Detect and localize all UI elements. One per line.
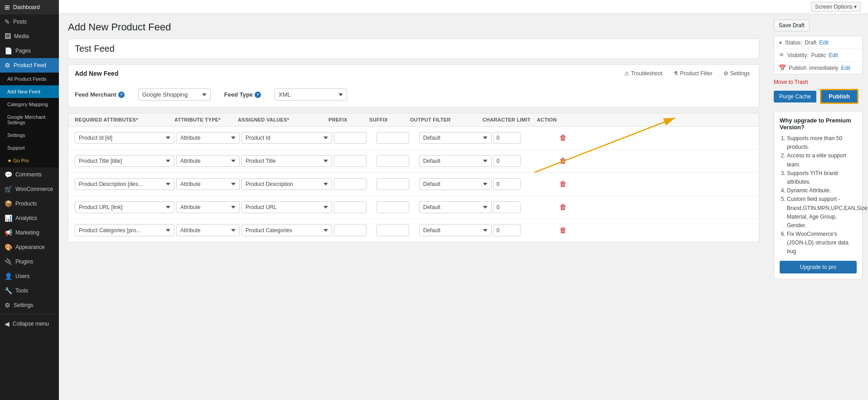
upgrade-to-pro-button[interactable]: Upgrade to pro xyxy=(780,261,857,273)
sidebar-item-dashboard[interactable]: ⊞ Dashboard xyxy=(0,0,59,15)
assigned-val-select-1[interactable]: Product Id xyxy=(241,132,332,144)
publish-button[interactable]: Publish xyxy=(820,89,858,104)
screen-options-button[interactable]: Screen Options ▾ xyxy=(811,2,861,12)
sidebar-item-support[interactable]: Support xyxy=(0,141,59,154)
save-draft-button[interactable]: Save Draft xyxy=(774,20,810,31)
sidebar-item-tools[interactable]: 🔧 Tools xyxy=(0,283,59,298)
product-filter-button[interactable]: ⚗ Product Filter xyxy=(670,68,715,78)
merchant-select[interactable]: Google Shopping xyxy=(138,88,211,101)
upgrade-title: Why upgrade to Premium Version? xyxy=(780,117,857,131)
visibility-row: 👁 Visibility: Public Edit xyxy=(774,49,862,62)
req-attr-select-5[interactable]: Product Categories [pro... xyxy=(75,224,174,236)
gear-icon: ⚙ xyxy=(723,70,728,77)
attr-type-select-3[interactable]: Attribute xyxy=(176,178,240,190)
sidebar-item-woocommerce[interactable]: 🛒 WooCommerce xyxy=(0,182,59,196)
output-filter-select-5[interactable]: Default xyxy=(419,224,492,236)
publish-time-row: 📅 Publish immediately Edit xyxy=(774,62,862,74)
sidebar-item-product-feed[interactable]: ⚙ Product Feed xyxy=(0,58,59,73)
delete-row-4[interactable]: 🗑 xyxy=(550,202,577,212)
req-attr-select-4[interactable]: Product URL [link] xyxy=(75,201,174,213)
assigned-val-select-4[interactable]: Product URL xyxy=(241,201,332,213)
sidebar-item-settings-sub[interactable]: Settings xyxy=(0,129,59,141)
suffix-input-3[interactable] xyxy=(376,178,409,190)
col-prefix: PREFIX xyxy=(328,117,369,122)
prefix-input-3[interactable] xyxy=(334,178,366,190)
suffix-input-4[interactable] xyxy=(376,201,409,213)
sidebar-label-product-feed: Product Feed xyxy=(14,62,46,68)
delete-row-1[interactable]: 🗑 xyxy=(550,133,577,143)
table-header: REQUIRED ATTRIBUTES* ATTRIBUTE TYPE* ASS… xyxy=(68,113,759,127)
char-limit-input-1[interactable] xyxy=(493,132,521,144)
sidebar-item-users[interactable]: 👤 Users xyxy=(0,269,59,283)
sidebar-item-pages[interactable]: 📄 Pages xyxy=(0,44,59,58)
feed-type-select[interactable]: XML xyxy=(275,88,347,101)
sidebar-item-products[interactable]: 📦 Products xyxy=(0,196,59,211)
sidebar-item-all-feeds[interactable]: All Product Feeds xyxy=(0,73,59,85)
sidebar-item-analytics[interactable]: 📊 Analytics xyxy=(0,211,59,225)
sidebar-divider xyxy=(0,314,59,315)
char-limit-input-3[interactable] xyxy=(493,178,521,190)
sidebar-label-comments: Comments xyxy=(15,171,42,178)
assigned-val-select-5[interactable]: Product Categories xyxy=(241,224,332,236)
sidebar-item-go-pro[interactable]: ★ Go Pro xyxy=(0,154,59,167)
purge-cache-button[interactable]: Purge Cache xyxy=(774,91,816,102)
upgrade-item-4: Dynamic Attribute. xyxy=(787,186,857,195)
sidebar-item-google-merchant[interactable]: Google Merchant Settings xyxy=(0,111,59,129)
merchant-help-icon[interactable]: ? xyxy=(118,92,125,98)
delete-row-3[interactable]: 🗑 xyxy=(550,179,577,189)
suffix-input-5[interactable] xyxy=(376,224,409,236)
posts-icon: ✎ xyxy=(5,18,10,25)
sidebar-item-posts[interactable]: ✎ Posts xyxy=(0,15,59,29)
dashboard-icon: ⊞ xyxy=(5,4,10,11)
attr-type-select-4[interactable]: Attribute xyxy=(176,201,240,213)
sidebar-item-collapse[interactable]: ◀ Collapse menu xyxy=(0,317,59,331)
status-edit-link[interactable]: Edit xyxy=(819,39,829,46)
req-attr-select-3[interactable]: Product Description [des... xyxy=(75,178,174,190)
sidebar-item-marketing[interactable]: 📢 Marketing xyxy=(0,225,59,240)
prefix-input-2[interactable] xyxy=(334,155,366,167)
feed-type-help-icon[interactable]: ? xyxy=(255,92,261,98)
char-limit-input-5[interactable] xyxy=(493,224,521,236)
char-limit-input-2[interactable] xyxy=(493,155,521,167)
assigned-val-select-3[interactable]: Product Description xyxy=(241,178,332,190)
upgrade-item-6: Fix WooCommerce's (JSON-LD) structure da… xyxy=(787,230,857,256)
add-new-feed-header: Add New Feed ⚠ Troubleshoot ⚗ Product Fi… xyxy=(68,64,759,82)
output-filter-select-2[interactable]: Default xyxy=(419,155,492,167)
sidebar-item-plugins[interactable]: 🔌 Plugins xyxy=(0,254,59,269)
move-to-trash-link[interactable]: Move to Trash xyxy=(774,79,863,85)
assigned-val-select-2[interactable]: Product Title xyxy=(241,155,332,167)
visibility-edit-link[interactable]: Edit xyxy=(829,52,838,59)
attr-type-select-5[interactable]: Attribute xyxy=(176,224,240,236)
status-icon: ● xyxy=(779,39,782,46)
req-attr-select-1[interactable]: Product Id [id] xyxy=(75,132,174,144)
feed-name: Test Feed xyxy=(75,44,752,54)
sidebar-item-media[interactable]: 🖼 Media xyxy=(0,29,59,44)
output-filter-select-1[interactable]: Default xyxy=(419,132,492,144)
settings-button[interactable]: ⚙ Settings xyxy=(721,68,752,78)
sidebar-item-settings[interactable]: ⚙ Settings xyxy=(0,298,59,312)
output-filter-select-3[interactable]: Default xyxy=(419,178,492,190)
attr-type-select-1[interactable]: Attribute xyxy=(176,132,240,144)
prefix-input-1[interactable] xyxy=(334,132,366,144)
sidebar-item-comments[interactable]: 💬 Comments xyxy=(0,167,59,182)
pages-icon: 📄 xyxy=(5,47,12,54)
section-title: Add New Feed xyxy=(75,70,118,77)
suffix-input-2[interactable] xyxy=(376,155,409,167)
prefix-input-4[interactable] xyxy=(334,201,366,213)
char-limit-input-4[interactable] xyxy=(493,201,521,213)
delete-row-2[interactable]: 🗑 xyxy=(550,156,577,166)
delete-row-5[interactable]: 🗑 xyxy=(550,225,577,235)
sidebar-item-appearance[interactable]: 🎨 Appearance xyxy=(0,240,59,254)
publish-edit-link[interactable]: Edit xyxy=(841,65,850,71)
req-attr-select-2[interactable]: Product Title [title] xyxy=(75,155,174,167)
troubleshoot-button[interactable]: ⚠ Troubleshoot xyxy=(622,68,665,78)
sidebar-label-media: Media xyxy=(14,33,29,39)
visibility-label: Visibility: xyxy=(787,52,808,59)
sidebar-item-add-new-feed[interactable]: Add New Feed xyxy=(0,85,59,98)
output-filter-select-4[interactable]: Default xyxy=(419,201,492,213)
upgrade-item-2: Access to a elite support team. xyxy=(787,151,857,169)
attr-type-select-2[interactable]: Attribute xyxy=(176,155,240,167)
sidebar-item-category-mapping[interactable]: Category Mapping xyxy=(0,98,59,111)
prefix-input-5[interactable] xyxy=(334,224,366,236)
suffix-input-1[interactable] xyxy=(376,132,409,144)
